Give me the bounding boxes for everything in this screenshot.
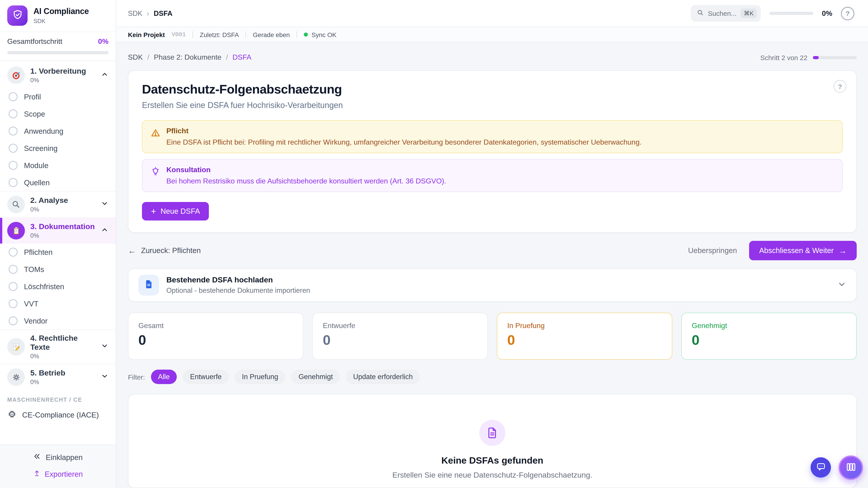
sidebar-item-profil[interactable]: Profil: [0, 88, 116, 105]
sidebar-item-loeschfristen[interactable]: Löschfristen: [0, 278, 116, 295]
columns-icon: [846, 462, 856, 474]
stat-label: Gesamt: [138, 322, 293, 330]
document-icon-box: [138, 275, 159, 295]
card-help-icon[interactable]: ?: [834, 80, 846, 93]
chevron-down-icon: [101, 372, 108, 382]
alert-title: Pflicht: [166, 127, 642, 135]
empty-document-icon: [479, 420, 505, 446]
sidebar-section-rechtliche-texte[interactable]: 4. Rechtliche Texte 0%: [0, 330, 116, 364]
divider: [193, 31, 193, 38]
konsultation-alert: Konsultation Bei hohem Restrisiko muss d…: [142, 159, 843, 192]
back-button[interactable]: ← Zurueck: Pflichten: [128, 246, 201, 255]
filter-chip-alle[interactable]: Alle: [151, 369, 177, 384]
help-icon[interactable]: ?: [841, 6, 855, 20]
section-label: 1. Vorbereitung: [30, 67, 86, 76]
crumb-separator: /: [226, 53, 228, 61]
document-icon: [144, 279, 154, 291]
overall-progress-label: Gesamtfortschritt: [7, 37, 62, 46]
sidebar-item-module[interactable]: Module: [0, 157, 116, 174]
filter-chip-entwuerfe[interactable]: Entwuerfe: [183, 369, 229, 384]
step-circle-icon: [8, 127, 18, 135]
search-input[interactable]: Suchen... ⌘K: [691, 5, 761, 22]
sidebar-item-toms[interactable]: TOMs: [0, 261, 116, 278]
stat-label: Genehmigt: [692, 322, 846, 330]
step-circle-icon: [8, 109, 18, 119]
chat-bubble-icon: [816, 462, 826, 473]
chat-fab-button[interactable]: [811, 457, 831, 478]
export-button[interactable]: Exportieren: [33, 469, 83, 479]
upload-existing-dsfa-card[interactable]: Bestehende DSFA hochladen Optional - bes…: [128, 268, 857, 302]
clipboard-icon: [7, 222, 25, 239]
memo-icon: [7, 338, 25, 356]
crumb-current: DSFA: [232, 53, 251, 61]
stat-value: 0: [138, 332, 293, 348]
kanban-board-fab-button[interactable]: [839, 455, 863, 480]
version-badge: V001: [172, 31, 186, 38]
sidebar-section-vorbereitung[interactable]: 1. Vorbereitung 0%: [0, 62, 116, 88]
app-subtitle: SDK: [33, 18, 89, 24]
new-dsfa-button[interactable]: + Neue DSFA: [142, 202, 209, 221]
sidebar-item-anwendung[interactable]: Anwendung: [0, 123, 116, 140]
help-glyph: ?: [846, 9, 850, 17]
collapse-sidebar-button[interactable]: Einklappen: [33, 452, 83, 462]
sidebar-section-betrieb[interactable]: 5. Betrieb 0%: [0, 364, 116, 390]
breadcrumb-separator: ›: [147, 9, 149, 18]
section-label: 3. Dokumentation: [30, 222, 95, 231]
keyboard-shortcut-badge: ⌘K: [741, 8, 756, 18]
stat-card-in-pruefung: In Pruefung 0: [497, 313, 672, 360]
sidebar-item-screening[interactable]: Screening: [0, 140, 116, 157]
sidebar-item-label: Screening: [24, 144, 58, 153]
sidebar-item-ce-compliance[interactable]: CE-Compliance (IACE): [0, 405, 116, 426]
crumb-phase[interactable]: Phase 2: Dokumente: [154, 53, 221, 61]
ce-compliance-label: CE-Compliance (IACE): [22, 411, 99, 419]
sidebar-item-pflichten[interactable]: Pflichten: [0, 243, 116, 261]
sidebar-item-vvt[interactable]: VVT: [0, 295, 116, 312]
stat-card-genehmigt: Genehmigt 0: [681, 313, 857, 360]
main-area: SDK › DSFA Suchen... ⌘K 0% ?: [116, 0, 868, 488]
breadcrumb: SDK / Phase 2: Dokumente / DSFA: [128, 53, 251, 61]
wizard-actions: Ueberspringen Abschliessen & Weiter →: [688, 241, 857, 260]
sidebar-section-dokumentation[interactable]: 3. Dokumentation 0%: [0, 218, 116, 243]
sidebar-item-quellen[interactable]: Quellen: [0, 174, 116, 191]
sidebar-item-label: Anwendung: [24, 127, 63, 135]
page-title: Datenschutz-Folgenabschaetzung: [142, 82, 843, 97]
skip-button[interactable]: Ueberspringen: [688, 246, 737, 255]
step-progress-fill: [813, 56, 819, 59]
step-circle-icon: [8, 316, 18, 325]
empty-state-title: Keine DSFAs gefunden: [441, 455, 543, 466]
section-percent: 0%: [30, 353, 95, 360]
project-status: Kein Projekt: [128, 31, 165, 38]
breadcrumb-parent[interactable]: SDK: [128, 9, 143, 18]
alert-text: Eine DSFA ist Pflicht bei: Profiling mit…: [166, 138, 642, 147]
alert-title: Konsultation: [166, 166, 446, 174]
sidebar: AI Compliance SDK Gesamtfortschritt 0%: [0, 0, 116, 488]
sidebar-item-vendor[interactable]: Vendor: [0, 312, 116, 329]
next-label: Abschliessen & Weiter: [759, 246, 834, 255]
dsfa-intro-card: Datenschutz-Folgenabschaetzung Erstellen…: [128, 70, 857, 233]
arrow-left-icon: ←: [128, 247, 136, 255]
filter-chip-update-erforderlich[interactable]: Update erforderlich: [346, 369, 420, 384]
crumb-separator: /: [147, 53, 149, 61]
upload-title: Bestehende DSFA hochladen: [166, 275, 310, 285]
topbar-actions: Suchen... ⌘K 0% ?: [691, 5, 855, 22]
step-progress: Schritt 2 von 22: [761, 54, 857, 61]
step-circle-icon: [8, 299, 18, 308]
sidebar-footer: Einklappen Exportieren: [0, 445, 116, 488]
arrow-right-icon: →: [839, 247, 847, 255]
sidebar-section-analyse[interactable]: 2. Analyse 0%: [0, 192, 116, 217]
app-logo: [7, 5, 28, 26]
filter-label: Filter:: [128, 373, 145, 381]
chevron-down-icon[interactable]: [837, 280, 846, 291]
filter-chip-genehmigt[interactable]: Genehmigt: [291, 369, 340, 384]
search-placeholder: Suchen...: [708, 9, 737, 17]
finish-next-button[interactable]: Abschliessen & Weiter →: [749, 241, 857, 260]
filter-chip-in-pruefung[interactable]: In Pruefung: [235, 369, 285, 384]
stat-card-entwuerfe: Entwuerfe 0: [312, 313, 488, 360]
sidebar-item-label: Module: [24, 161, 49, 170]
sidebar-item-label: Pflichten: [24, 248, 53, 256]
topbar-progress-value: 0%: [822, 9, 832, 18]
last-saved-time: Gerade eben: [253, 31, 290, 38]
sidebar-item-scope[interactable]: Scope: [0, 105, 116, 123]
app-logo-row: AI Compliance SDK: [0, 0, 116, 32]
crumb-sdk[interactable]: SDK: [128, 53, 143, 61]
